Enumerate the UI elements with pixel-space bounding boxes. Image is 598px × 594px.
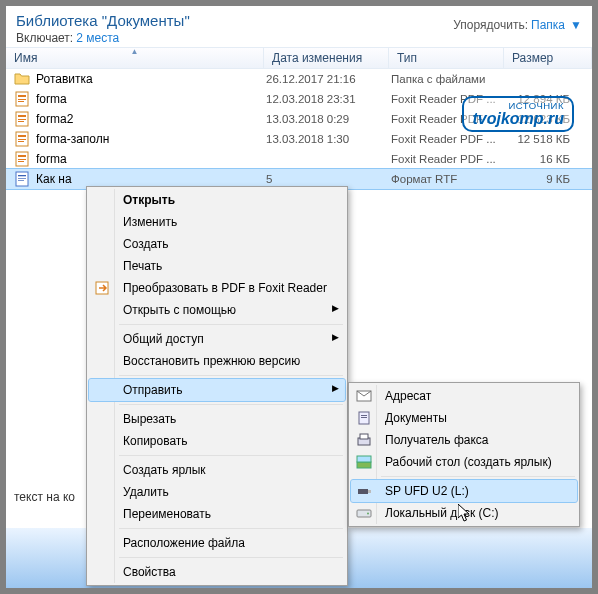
submenu-arrow-icon: ▶	[332, 303, 339, 313]
file-size: 12 518 КБ	[506, 133, 592, 145]
svg-rect-6	[18, 119, 26, 120]
menu-item[interactable]: Открыть с помощью▶	[89, 299, 345, 321]
menu-item-label: Переименовать	[123, 507, 211, 521]
menu-item[interactable]: Адресат	[351, 385, 577, 407]
menu-item-label: Адресат	[385, 389, 431, 403]
menu-item-label: Получатель факса	[385, 433, 489, 447]
svg-rect-24	[361, 417, 367, 418]
sort-asc-icon: ▲	[131, 47, 139, 56]
svg-rect-3	[18, 101, 24, 102]
file-date: 13.03.2018 0:29	[266, 113, 391, 125]
menu-item[interactable]: Создать ярлык	[89, 459, 345, 481]
file-type: Папка с файлами	[391, 73, 506, 85]
file-date: 5	[266, 173, 391, 185]
table-row[interactable]: formaFoxit Reader PDF ...16 КБ	[6, 149, 592, 169]
menu-item[interactable]: Свойства	[89, 561, 345, 583]
menu-item-label: Открыть	[123, 193, 175, 207]
file-date: 26.12.2017 21:16	[266, 73, 391, 85]
menu-item-label: Копировать	[123, 434, 188, 448]
sendto-submenu: АдресатДокументыПолучатель факсаРабочий …	[348, 382, 580, 527]
svg-rect-11	[18, 141, 24, 142]
menu-item[interactable]: Получатель факса	[351, 429, 577, 451]
svg-rect-19	[18, 180, 24, 181]
source-watermark: ИСТОЧНИК tvojkomp.ru	[462, 96, 574, 132]
menu-item-label: SP UFD U2 (L:)	[385, 484, 469, 498]
foxit-icon	[14, 131, 30, 147]
svg-rect-30	[368, 490, 371, 493]
menu-item[interactable]: Документы	[351, 407, 577, 429]
disk-icon	[356, 505, 372, 521]
menu-item-label: Преобразовать в PDF в Foxit Reader	[123, 281, 327, 295]
file-type: Формат RTF	[391, 173, 506, 185]
menu-item[interactable]: Восстановить прежнюю версию	[89, 350, 345, 372]
menu-item-label: Открыть с помощью	[123, 303, 236, 317]
menu-item[interactable]: Копировать	[89, 430, 345, 452]
menu-item[interactable]: Преобразовать в PDF в Foxit Reader	[89, 277, 345, 299]
file-size: 9 КБ	[506, 173, 592, 185]
col-date[interactable]: Дата изменения	[264, 48, 389, 68]
mail-icon	[356, 388, 372, 404]
file-date: 13.03.2018 1:30	[266, 133, 391, 145]
includes-link[interactable]: 2 места	[76, 31, 119, 45]
file-name: forma	[36, 92, 266, 106]
menu-item[interactable]: Расположение файла	[89, 532, 345, 554]
svg-rect-14	[18, 159, 26, 160]
menu-item[interactable]: Переименовать	[89, 503, 345, 525]
foxit-icon	[14, 111, 30, 127]
menu-item-label: Общий доступ	[123, 332, 204, 346]
menu-item[interactable]: Локальный диск (C:)	[351, 502, 577, 524]
file-date: 12.03.2018 23:31	[266, 93, 391, 105]
svg-rect-17	[18, 175, 26, 176]
menu-item[interactable]: Общий доступ▶	[89, 328, 345, 350]
svg-rect-5	[18, 115, 26, 117]
menu-item[interactable]: Вырезать	[89, 408, 345, 430]
menu-item[interactable]: Печать	[89, 255, 345, 277]
menu-item-label: Изменить	[123, 215, 177, 229]
explorer-window: Библиотека "Документы" Включает: 2 места…	[6, 6, 592, 588]
file-name: Ротавитка	[36, 72, 266, 86]
menu-item-label: Отправить	[123, 383, 183, 397]
table-row[interactable]: forma-заполн13.03.2018 1:30Foxit Reader …	[6, 129, 592, 149]
menu-item[interactable]: SP UFD U2 (L:)	[351, 480, 577, 502]
svg-rect-29	[358, 489, 368, 494]
file-name: Как на	[36, 172, 266, 186]
usb-icon	[356, 483, 372, 499]
foxit-icon	[14, 151, 30, 167]
table-row[interactable]: Ротавитка26.12.2017 21:16Папка с файлами	[6, 69, 592, 89]
arrange-by[interactable]: Упорядочить: Папка ▼	[453, 18, 582, 32]
menu-separator	[119, 375, 343, 376]
menu-item[interactable]: Открыть	[89, 189, 345, 211]
col-size[interactable]: Размер	[504, 48, 592, 68]
file-name: forma2	[36, 112, 266, 126]
menu-separator	[119, 324, 343, 325]
submenu-arrow-icon: ▶	[332, 383, 339, 393]
menu-separator	[119, 528, 343, 529]
menu-item[interactable]: Изменить	[89, 211, 345, 233]
submenu-arrow-icon: ▶	[332, 332, 339, 342]
menu-item-label: Документы	[385, 411, 447, 425]
svg-rect-18	[18, 178, 26, 179]
library-title: Библиотека "Документы"	[16, 12, 190, 29]
menu-item-label: Создать	[123, 237, 169, 251]
svg-rect-2	[18, 99, 26, 100]
menu-item[interactable]: Удалить	[89, 481, 345, 503]
col-type[interactable]: Тип	[389, 48, 504, 68]
svg-rect-9	[18, 135, 26, 137]
menu-item[interactable]: Создать	[89, 233, 345, 255]
foxit-convert-icon	[94, 280, 110, 296]
menu-item-label: Рабочий стол (создать ярлык)	[385, 455, 552, 469]
svg-rect-1	[18, 95, 26, 97]
menu-item[interactable]: Отправить▶	[89, 379, 345, 401]
svg-rect-15	[18, 161, 24, 162]
file-name: forma	[36, 152, 266, 166]
menu-item-label: Создать ярлык	[123, 463, 206, 477]
rtf-icon	[14, 171, 30, 187]
svg-rect-27	[357, 462, 371, 468]
col-name[interactable]: ▲ Имя	[6, 48, 264, 68]
menu-item[interactable]: Рабочий стол (создать ярлык)	[351, 451, 577, 473]
file-type: Foxit Reader PDF ...	[391, 153, 506, 165]
column-headers[interactable]: ▲ Имя Дата изменения Тип Размер	[6, 47, 592, 69]
foxit-icon	[14, 91, 30, 107]
file-name: forma-заполн	[36, 132, 266, 146]
svg-rect-23	[361, 415, 367, 416]
